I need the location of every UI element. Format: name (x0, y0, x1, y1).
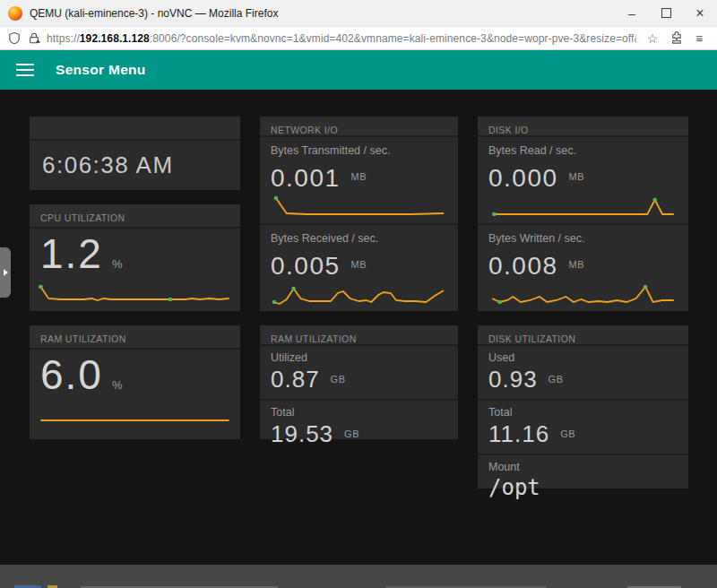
ram-total-label: Total (271, 406, 447, 419)
maximize-icon (661, 8, 671, 18)
disk-io-title: DISK I/O (478, 117, 688, 137)
cpu-unit: % (112, 257, 123, 271)
disk-used-value: 0.93 (488, 366, 538, 393)
minimize-button[interactable]: – (615, 0, 649, 26)
disk-total-value: 11.16 (488, 420, 549, 448)
ram-detail-title: RAM UTILIZATION (260, 325, 458, 346)
ram-total-row: Total 19.53 GB (260, 399, 458, 454)
firefox-icon (8, 6, 22, 21)
clock-panel-header (30, 117, 240, 141)
url-path: :8006/?console=kvm&novnc=1&vmid=402&vmna… (150, 32, 636, 45)
ram-total-value: 19.53 (271, 420, 333, 448)
ram-utilized-value: 0.87 (271, 366, 320, 393)
address-field[interactable]: https://192.168.1.128:8006/?console=kvm&… (47, 32, 636, 45)
disk-used-row: Used 0.93 GB (478, 346, 688, 399)
browser-titlebar: QEMU (kali-eminence-3) - noVNC — Mozilla… (0, 0, 717, 27)
ram-sparkline (37, 408, 233, 433)
bookmark-star-icon[interactable]: ☆ (642, 31, 663, 46)
ram-utilized-row: Utilized 0.87 GB (260, 346, 458, 399)
url-bar: https://192.168.1.128:8006/?console=kvm&… (0, 27, 717, 50)
bytes-received-label: Bytes Received / sec. (271, 232, 447, 245)
lock-warning-icon[interactable] (27, 31, 41, 46)
disk-io-panel: DISK I/O Bytes Read / sec. 0.000 MB Byte… (478, 117, 688, 311)
expand-arrow-icon (4, 269, 8, 276)
sensor-dashboard: 6:06:38 AM CPU UTILIZATION 1.2 % RAM UTI… (0, 90, 717, 565)
ram-gauge-unit: % (112, 378, 123, 392)
cpu-sparkline (37, 280, 233, 305)
bytes-read-value: 0.000 (488, 164, 558, 193)
bytes-read-unit: MB (569, 171, 585, 182)
window-title: QEMU (kali-eminence-3) - noVNC — Mozilla… (30, 7, 278, 20)
url-host: 192.168.1.128 (80, 32, 150, 45)
close-button[interactable]: × (683, 0, 717, 26)
bytes-received-sparkline (271, 281, 447, 306)
cpu-panel-title: CPU UTILIZATION (30, 204, 240, 229)
extensions-puzzle-icon[interactable] (669, 31, 683, 46)
disk-detail-panel: DISK UTILIZATION Used 0.93 GB Total 11.1… (478, 325, 688, 489)
maximize-button[interactable] (649, 0, 683, 26)
disk-total-row: Total 11.16 GB (478, 399, 688, 454)
taskbar-strip (0, 565, 717, 588)
url-scheme: https:// (47, 32, 80, 45)
bytes-read-section: Bytes Read / sec. 0.000 MB (478, 137, 688, 223)
disk-total-label: Total (488, 406, 678, 419)
bytes-written-section: Bytes Written / sec. 0.008 MB (478, 223, 688, 311)
page-title: Sensor Menu (56, 62, 146, 78)
clock-time: 6:06:38 AM (30, 141, 240, 190)
disk-used-unit: GB (549, 374, 564, 385)
hamburger-menu-icon[interactable] (16, 64, 34, 76)
bytes-transmitted-label: Bytes Transmitted / sec. (271, 144, 447, 157)
disk-detail-title: DISK UTILIZATION (478, 325, 688, 346)
bytes-read-sparkline (488, 193, 678, 218)
disk-mount-label: Mount (488, 461, 678, 473)
disk-total-unit: GB (560, 428, 575, 439)
ram-gauge-title: RAM UTILIZATION (30, 325, 240, 350)
sensor-app-header: Sensor Menu (0, 50, 717, 90)
ram-utilized-label: Utilized (271, 351, 447, 364)
disk-mount-value: /opt (488, 475, 540, 500)
bytes-written-sparkline (488, 281, 678, 306)
novnc-control-bar-handle[interactable] (0, 247, 11, 298)
bytes-transmitted-value: 0.001 (271, 164, 341, 193)
clock-panel: 6:06:38 AM (30, 117, 240, 190)
disk-used-label: Used (488, 351, 678, 364)
bytes-received-unit: MB (351, 259, 367, 270)
bytes-written-unit: MB (569, 259, 585, 270)
bytes-transmitted-section: Bytes Transmitted / sec. 0.001 MB (260, 137, 458, 223)
bytes-written-value: 0.008 (488, 252, 558, 281)
network-panel-title: NETWORK I/O (260, 117, 458, 137)
shield-icon[interactable] (7, 31, 22, 46)
network-io-panel: NETWORK I/O Bytes Transmitted / sec. 0.0… (260, 117, 458, 311)
ram-utilized-unit: GB (331, 374, 346, 385)
cpu-value: 1.2 (40, 230, 103, 278)
ram-utilization-gauge-panel: RAM UTILIZATION 6.0 % (30, 325, 240, 439)
bytes-received-value: 0.005 (271, 252, 341, 281)
bytes-transmitted-unit: MB (351, 171, 367, 182)
bytes-received-section: Bytes Received / sec. 0.005 MB (260, 223, 458, 311)
ram-total-unit: GB (344, 428, 359, 439)
bytes-read-label: Bytes Read / sec. (488, 144, 678, 157)
disk-mount-row: Mount /opt (478, 454, 688, 506)
ram-gauge-value: 6.0 (40, 351, 103, 399)
cpu-utilization-panel: CPU UTILIZATION 1.2 % (30, 204, 240, 311)
ram-detail-panel: RAM UTILIZATION Utilized 0.87 GB Total 1… (260, 325, 458, 439)
bytes-transmitted-sparkline (271, 193, 447, 218)
app-menu-icon[interactable]: ≡ (688, 31, 710, 46)
bytes-written-label: Bytes Written / sec. (488, 232, 678, 245)
